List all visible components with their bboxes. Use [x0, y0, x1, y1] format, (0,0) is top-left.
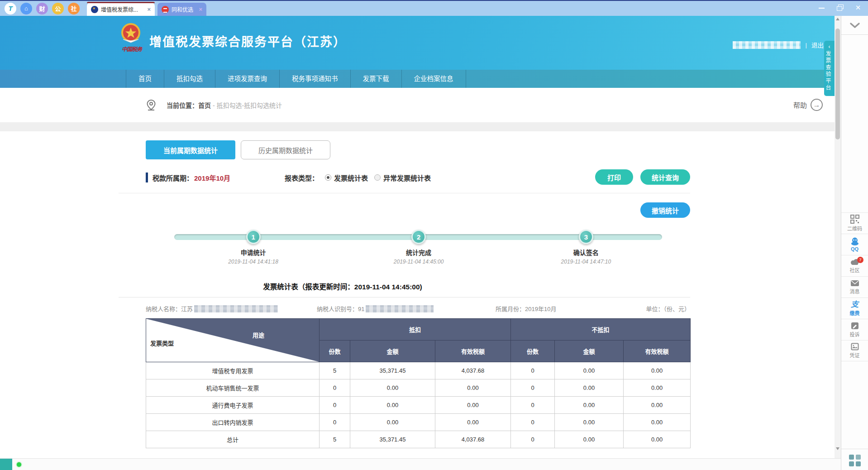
scroll-up-icon[interactable]	[836, 18, 839, 20]
help-label: 帮助	[793, 100, 807, 110]
tab-history-period[interactable]: 历史属期数据统计	[241, 140, 330, 159]
home-icon[interactable]: ⌂	[20, 3, 32, 14]
taxpayer-id: 纳税人识别号：91	[317, 304, 496, 313]
panel-collapse-button[interactable]	[841, 16, 868, 35]
col-header-amount-deduct: 金额	[350, 341, 435, 362]
chevron-down-icon	[849, 22, 860, 29]
accent-bar	[146, 173, 148, 182]
browser-side-panel: 二维码 QQ 7 社区	[841, 16, 868, 470]
period-label: 税款所属期：	[153, 173, 193, 182]
nav-item-input-invoice[interactable]: 进项发票查询	[215, 70, 279, 88]
report-title: 发票统计表（报表更新时间：2019-11-04 14:45:00)	[143, 281, 542, 291]
browser-tab-second[interactable]: 同和优选 ×	[157, 3, 206, 16]
table-row: 增值税专用发票 5 35,371.45 4,037.68 0 0.00 0.00	[146, 362, 691, 379]
scroll-down-icon[interactable]	[836, 447, 839, 450]
browser-tab-active[interactable]: 增值税发票综... ×	[87, 3, 155, 16]
divider-line	[119, 193, 690, 193]
sidebar-item-voucher[interactable]: 凭证	[841, 340, 868, 361]
qq-icon	[850, 237, 859, 245]
red-favicon-icon	[162, 6, 169, 13]
query-button[interactable]: 统计查询	[640, 169, 690, 185]
report-type-label: 报表类型：	[285, 173, 319, 182]
minimize-icon[interactable]	[818, 5, 825, 11]
nav-item-invoice-download[interactable]: 发票下载	[350, 70, 401, 88]
public-icon[interactable]: 公	[52, 3, 64, 14]
radio-invoice-stats-label: 发票统计表	[334, 173, 368, 182]
browser-tab-label: 同和优选	[172, 5, 196, 13]
browser-window: T ⌂ 财 公 社 增值税发票综... × 同和优选 × ✕	[0, 0, 868, 470]
notification-badge: 7	[857, 257, 863, 263]
nav-item-company-archive[interactable]: 企业档案信息	[401, 70, 466, 88]
collapse-left-icon: ‹	[824, 43, 835, 50]
page-scrollbar[interactable]	[835, 16, 841, 458]
social-icon[interactable]: 社	[68, 3, 80, 14]
invoice-check-platform-tab[interactable]: ‹ 发票查验平台	[824, 41, 835, 96]
finance-icon[interactable]: 财	[36, 3, 48, 14]
col-header-amount-nondeduct: 金额	[555, 341, 624, 362]
status-corner-button[interactable]	[0, 459, 12, 470]
unit-note: 单位：（份、元）	[646, 304, 690, 313]
breadcrumb-current: 当前位置：首页	[167, 102, 211, 109]
step-2-label: 统计完成 2019-11-04 14:45:00	[369, 248, 468, 265]
browser-titlebar: T ⌂ 财 公 社 增值税发票综... × 同和优选 × ✕	[0, 2, 868, 16]
radio-abnormal-stats[interactable]: 异常发票统计表	[374, 173, 431, 182]
radio-selected-icon[interactable]	[325, 174, 331, 181]
app-grid-icon[interactable]	[849, 455, 861, 466]
tab-close-icon[interactable]: ×	[199, 6, 202, 13]
step-1-circle: 1	[246, 230, 261, 244]
sidebar-item-payment[interactable]: 支 缴费	[841, 297, 868, 319]
taxpayer-name: 纳税人名称：江苏	[146, 304, 317, 313]
sidebar-item-qq[interactable]: QQ	[841, 234, 868, 255]
help-button[interactable]: 帮助 →	[793, 99, 823, 111]
content-container: 当前属期数据统计 历史属期数据统计 税款所属期： 2019年10月 报表类型： …	[119, 140, 690, 448]
restore-icon[interactable]	[836, 5, 844, 11]
col-header-copies-deduct: 份数	[320, 341, 350, 362]
nav-item-tax-notice[interactable]: 税务事项通知书	[279, 70, 350, 88]
nav-item-deduction-check[interactable]: 抵扣勾选	[164, 70, 215, 88]
radio-unselected-icon[interactable]	[374, 174, 381, 181]
group-header-nondeduct: 不抵扣	[511, 319, 691, 341]
gov-favicon-icon	[91, 6, 98, 13]
nav-item-home[interactable]: 首页	[126, 70, 164, 88]
close-icon[interactable]: ✕	[854, 5, 862, 11]
table-row-total: 总计 5 35,371.45 4,037.68 0 0.00 0.00	[146, 431, 691, 448]
progress-steps: 1 2 3 申请统计 2019-11-04 14:41:18 统计完成 2019…	[119, 230, 690, 269]
tab-close-icon[interactable]: ×	[147, 6, 151, 13]
tab-current-period[interactable]: 当前属期数据统计	[146, 140, 235, 159]
logout-link[interactable]: 退出	[811, 40, 824, 49]
payment-icon: 支	[851, 301, 858, 308]
scrollbar-thumb[interactable]	[835, 29, 840, 139]
emblem-caption: 中国税务	[119, 45, 145, 53]
logout-separator: |	[805, 42, 807, 48]
page-title: 增值税发票综合服务平台（江苏）	[149, 32, 346, 50]
table-row: 出口转内销发票 0 0.00 0.00 0 0.00 0.00	[146, 414, 691, 431]
breadcrumb-trail: - 抵扣勾选-抵扣勾选统计	[211, 102, 282, 109]
print-button[interactable]: 打印	[595, 169, 633, 185]
filter-row: 税款所属期： 2019年10月 报表类型： 发票统计表 异常发票统计表 打印 统…	[146, 169, 690, 186]
sidebar-item-community[interactable]: 7 社区	[841, 255, 868, 276]
sidebar-item-messages[interactable]: 消息	[841, 276, 868, 297]
location-pin-icon	[146, 99, 157, 111]
qrcode-icon	[850, 215, 859, 224]
side-panel-items: 二维码 QQ 7 社区	[841, 212, 868, 361]
step-2-circle: 2	[411, 230, 426, 244]
message-envelope-icon	[850, 280, 859, 287]
period-value: 2019年10月	[194, 173, 230, 182]
invoice-stats-table: 发票类型 用途 抵扣 不抵扣 份数 金额 有效税额 份数 金额 有效税额	[146, 318, 691, 448]
t-logo-icon[interactable]: T	[5, 3, 16, 14]
table-corner-cell: 发票类型 用途	[146, 319, 320, 362]
step-1-label: 申请统计 2019-11-04 14:41:18	[204, 248, 303, 265]
revoke-stats-button[interactable]: 撤销统计	[640, 202, 690, 218]
radio-invoice-stats[interactable]: 发票统计表	[325, 173, 368, 182]
help-arrow-icon: →	[811, 99, 823, 111]
complaint-pencil-icon	[851, 322, 859, 330]
tax-emblem-icon	[119, 21, 143, 46]
section-divider-strip	[0, 122, 835, 131]
filter-buttons: 打印 统计查询	[595, 169, 690, 185]
breadcrumb-row: 当前位置：首页 - 抵扣勾选-抵扣勾选统计 帮助 →	[0, 88, 835, 122]
main-nav: 首页 抵扣勾选 进项发票查询 税务事项通知书 发票下载 企业档案信息	[0, 70, 835, 88]
sidebar-item-qrcode[interactable]: 二维码	[841, 212, 868, 234]
sidebar-item-complaint[interactable]: 投诉	[841, 319, 868, 340]
taxpayer-id-redacted	[366, 305, 434, 312]
step-3-circle: 3	[579, 230, 593, 244]
